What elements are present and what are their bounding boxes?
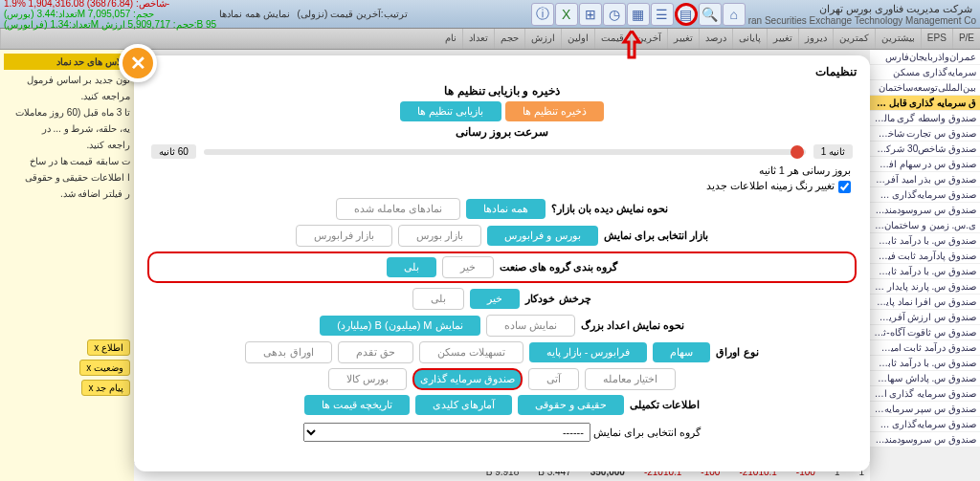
list-item[interactable]: صندوق س بذر امید آفرین-سها xyxy=(870,172,980,187)
red-arrow-indicator xyxy=(620,31,643,61)
autoscroll-label: چرخش خودکار xyxy=(525,293,590,305)
close-icon[interactable]: ✕ xyxy=(119,44,157,82)
extra-legal-button[interactable]: حقیقی و حقوقی xyxy=(518,395,624,415)
symbol-list: عمران‌واذربایجان‌فارسسرمایه‌گذاری مسکنبی… xyxy=(870,50,980,448)
col[interactable]: حجم xyxy=(494,29,524,49)
autoscroll-yes-button[interactable]: بلی xyxy=(412,288,464,310)
col[interactable]: پایانی xyxy=(732,29,767,49)
list-item[interactable]: صندوق س ارزش آفرین بیدار-سها xyxy=(870,310,980,325)
market-fara-button[interactable]: بازار فرابورس xyxy=(296,225,392,247)
extra-label: اطلاعات تکمیلی xyxy=(630,399,700,411)
calendar-icon[interactable]: ▦ xyxy=(627,3,650,26)
bignumber-simple-button[interactable]: نمایش ساده xyxy=(486,315,575,337)
market-label: بازار انتخابی برای نمایش xyxy=(604,230,708,242)
market-both-button[interactable]: بورس و فرابورس xyxy=(487,226,597,246)
list-item[interactable]: سرمایه‌گذاری مسکن xyxy=(870,65,980,80)
list-item[interactable]: ی.س. زمین و ساختمان نگین ش xyxy=(870,218,980,233)
refresh-slider[interactable] xyxy=(204,149,806,155)
col[interactable]: تعداد xyxy=(462,29,494,49)
col[interactable]: دیروز xyxy=(798,29,833,49)
list-item[interactable]: صندوق س سپر سرمایه بیدار- ثاب xyxy=(870,402,980,417)
sort-label[interactable]: ترتیب:آخرین قیمت (نزولی) xyxy=(298,9,408,19)
bignumber-m-button[interactable]: نمایش M (میلیون) B (میلیارد) xyxy=(320,316,479,336)
col[interactable]: نام xyxy=(0,29,462,49)
clock-icon[interactable]: ◷ xyxy=(603,3,626,26)
list-item[interactable]: صندوق س. با درآمد ثابت کمند xyxy=(870,356,980,371)
extra-history-button[interactable]: تاریخچه قیمت ها xyxy=(304,395,410,415)
col[interactable]: تغییر xyxy=(667,29,699,49)
list-item[interactable]: صندوق س. پارند پایدار سپهر xyxy=(870,279,980,295)
list-item[interactable]: صندوق درآمد ثابت امین یکم فردا xyxy=(870,340,980,356)
paper-fund-button[interactable]: صندوق سرمایه گذاری xyxy=(412,368,523,390)
col[interactable]: EPS xyxy=(921,29,952,49)
list-item[interactable]: صندوق سرمایه گذاری ارمغان ایرانیان xyxy=(870,386,980,402)
industry-no-button[interactable]: خیر xyxy=(442,256,494,278)
col[interactable]: درصد xyxy=(699,29,732,49)
slider-thumb[interactable] xyxy=(791,145,804,159)
search-icon[interactable]: 🔍 xyxy=(699,3,722,26)
header-toolbar: ⌂ 🔍 ▤ ☰ ▦ ◷ ⊞ X ⓘ xyxy=(531,3,746,26)
watchlist-all-button[interactable]: همه نمادها xyxy=(466,199,546,219)
header-filters: ترتیب:آخرین قیمت (نزولی) نمایش همه نماده… xyxy=(219,9,408,19)
watchlist-icon[interactable]: ☰ xyxy=(651,3,674,26)
paper-stock-button[interactable]: سهام xyxy=(653,342,710,362)
info-pill[interactable]: اطلاع x xyxy=(87,339,130,356)
paper-commodity-button[interactable]: بورس کالا xyxy=(328,368,407,390)
bg-color-checkbox[interactable] xyxy=(838,181,851,193)
settings-modal: تنظیمات ذخیره و بازیابی تنظیم ها ذخیره ت… xyxy=(134,55,870,471)
list-item[interactable]: صندوق سرمایه‌گذاری صنوبر-محد xyxy=(870,417,980,432)
list-item[interactable]: صندوق س ثاقوت آگاه-ثاب xyxy=(870,325,980,340)
industry-yes-button[interactable]: بلی xyxy=(387,257,436,277)
list-item[interactable]: عمران‌واذربایجان‌فارس xyxy=(870,50,980,65)
load-settings-button[interactable]: بازیابی تنظیم ها xyxy=(400,101,501,121)
paper-home-button[interactable]: تسهیلات مسکن xyxy=(419,341,523,363)
status-pill[interactable]: وضعیت x xyxy=(79,360,130,376)
autoscroll-no-button[interactable]: خیر xyxy=(470,289,520,309)
newmsg-pill[interactable]: پیام جد x xyxy=(81,380,130,396)
grid-icon[interactable]: ⊞ xyxy=(579,3,602,26)
col[interactable]: بیشترین xyxy=(875,29,921,49)
notes-panel: کلاس های حد نماد نون جدید بر اساس فرمول … xyxy=(0,50,134,481)
col[interactable]: P/E xyxy=(952,29,980,49)
list-item[interactable]: صندوق شاخص30 شرکت فیروزه- xyxy=(870,142,980,157)
display-label[interactable]: نمایش همه نمادها xyxy=(219,9,290,19)
modal-title: تنظیمات xyxy=(147,65,857,78)
list-item[interactable]: صندوق س تجارت شاخصی کاردان xyxy=(870,126,980,142)
paper-future-button[interactable]: آتی xyxy=(528,368,579,390)
excel-icon[interactable]: X xyxy=(555,3,578,26)
refresh-every-text: بروز رسانی هر 1 ثانیه xyxy=(147,164,857,177)
market-bourse-button[interactable]: بازار بورس xyxy=(398,225,481,247)
list-item[interactable]: صندوق پادآرمد ثابت فیروزه آسیا xyxy=(870,249,980,264)
list-item[interactable]: صندوق س سروسودمند مدبران- xyxy=(870,432,980,448)
group-select[interactable]: ------ xyxy=(303,423,590,442)
list-item[interactable]: صندوق س. با درآمد ثابت کیان xyxy=(870,233,980,249)
list-item[interactable]: صندوق س. با درآمد ثابت تصمیم xyxy=(870,264,980,279)
paper-bond-button[interactable]: اوراق بدهی xyxy=(245,341,331,363)
list-item[interactable]: صندوق س در سهام افق ملت xyxy=(870,157,980,172)
col[interactable]: کمترین xyxy=(833,29,875,49)
watchlist-label: نحوه نمایش دیده بان بازار؟ xyxy=(551,203,668,215)
list-item[interactable]: صندوق س. پاداش سهامداری تو- xyxy=(870,371,980,386)
paper-option-button[interactable]: اختیار معامله xyxy=(585,368,676,390)
list-item[interactable]: صندوق س افرا نماد پایدار-ثاب xyxy=(870,295,980,310)
settings-icon[interactable]: ▤ xyxy=(675,3,698,26)
info-icon[interactable]: ⓘ xyxy=(531,3,554,26)
home-icon[interactable]: ⌂ xyxy=(723,3,746,26)
list-item[interactable]: بین‌المللی‌توسعه‌ساختمان xyxy=(870,80,980,96)
extra-stats-button[interactable]: آمارهای کلیدی xyxy=(415,395,512,415)
industry-label: گروه بندی گروه های صنعت xyxy=(500,261,617,273)
col[interactable]: ارزش xyxy=(524,29,561,49)
group-select-label: گروه انتخابی برای نمایش xyxy=(593,426,701,438)
list-item[interactable]: ق سرمایه گذاری قابل معام xyxy=(870,96,980,111)
col[interactable]: اولین xyxy=(561,29,594,49)
paper-right-button[interactable]: حق تقدم xyxy=(338,341,413,363)
list-item[interactable]: صندوق س سروسودمند مدبران- xyxy=(870,203,980,218)
watchlist-traded-button[interactable]: نمادهای معامله شده xyxy=(336,198,460,220)
list-item[interactable]: صندوق واسطه گری مالی یکم-س xyxy=(870,111,980,126)
index-stats: شاخص: (36876.84) 1,904,316.08 %1.9- (بور… xyxy=(4,0,216,30)
list-item[interactable]: صندوق سرمایه‌گذاری صنوبر-محد xyxy=(870,187,980,203)
col[interactable]: تغییر xyxy=(767,29,798,49)
paper-fara-button[interactable]: فرابورس - بازار پایه xyxy=(529,342,648,362)
save-settings-button[interactable]: ذخیره تنظیم ها xyxy=(505,101,604,121)
paper-type-label: نوع اوراق xyxy=(716,346,758,359)
